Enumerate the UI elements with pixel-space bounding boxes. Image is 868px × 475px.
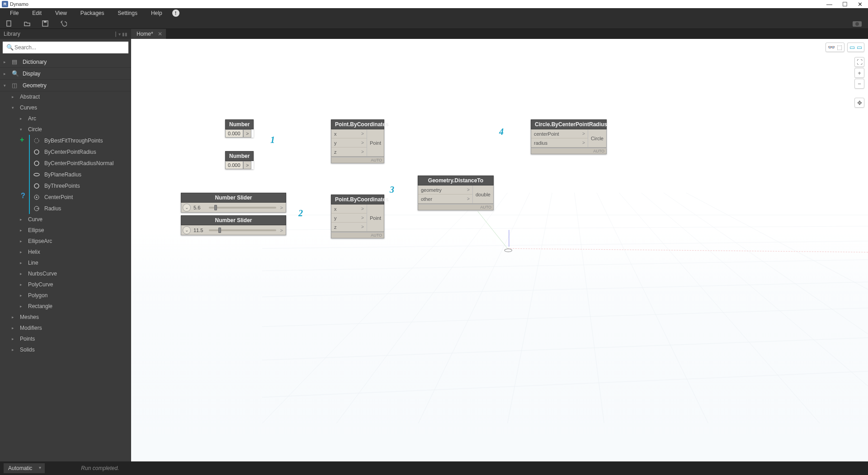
lib-sub-ellipsearc[interactable]: ▸EllipseArc — [16, 236, 131, 247]
library-view-icons[interactable]: ┃ ▾ ▮▮ — [114, 32, 127, 37]
zoom-out-icon[interactable]: − — [854, 79, 864, 89]
lib-sub-curve[interactable]: ▸Curve — [16, 214, 131, 225]
input-port-y[interactable]: y> — [331, 138, 367, 147]
output-port-circle[interactable]: Circle — [588, 129, 606, 147]
node2-icon[interactable]: ▭ — [857, 44, 862, 51]
view-graph-buttons[interactable]: ▭▭ — [847, 43, 864, 52]
lib-label: Solids — [20, 347, 35, 353]
output-port[interactable]: > — [279, 205, 284, 210]
input-port-centerpoint[interactable]: centerPoint> — [531, 129, 588, 138]
slider-track[interactable] — [209, 207, 276, 209]
close-icon[interactable]: ✕ — [858, 1, 863, 8]
maximize-icon[interactable]: ☐ — [842, 1, 848, 8]
output-port[interactable]: > — [243, 161, 251, 169]
output-port-point[interactable]: Point — [367, 129, 384, 157]
lib-sub-helix[interactable]: ▸Helix — [16, 247, 131, 257]
run-mode-dropdown[interactable]: Automatic — [4, 463, 45, 473]
input-port-other[interactable]: other> — [418, 195, 472, 204]
lib-label: Modifiers — [20, 325, 42, 331]
new-file-icon[interactable] — [5, 20, 13, 27]
lib-circle-byplaneradius[interactable]: ByPlaneRadius — [30, 169, 131, 180]
input-port-z[interactable]: z> — [331, 223, 367, 232]
slider-value[interactable]: 11.5 — [193, 228, 206, 233]
screenshot-icon[interactable] — [852, 20, 863, 27]
output-port[interactable]: > — [243, 129, 251, 138]
lib-sub-polygon[interactable]: ▸Polygon — [16, 290, 131, 301]
node-number-2[interactable]: Number 0.000 > — [225, 151, 254, 169]
output-port-point[interactable]: Point — [367, 204, 384, 232]
minimize-icon[interactable]: — — [826, 1, 832, 8]
open-file-icon[interactable] — [24, 20, 31, 27]
view-3d-buttons[interactable]: 👓⬚ — [826, 43, 844, 52]
glasses-icon[interactable]: 👓 — [828, 44, 835, 51]
library-tree[interactable]: ▸▤Dictionary ▸🔍Display ▾◫Geometry ▸Abstr… — [0, 56, 131, 461]
pan-icon[interactable]: ✥ — [854, 98, 864, 108]
lib-sub-solids[interactable]: ▸Solids — [8, 344, 131, 355]
node-icon[interactable]: ▭ — [849, 44, 855, 51]
tab-close-icon[interactable]: ✕ — [158, 31, 162, 37]
number-input[interactable]: 0.000 — [225, 161, 243, 169]
number-input[interactable]: 0.000 — [225, 129, 243, 138]
lib-sub-curves[interactable]: ▾Curves — [8, 102, 131, 113]
box-icon[interactable]: ⬚ — [837, 44, 842, 51]
expand-icon[interactable]: ⌄ — [183, 204, 191, 212]
add-icon[interactable]: + — [20, 136, 24, 144]
lib-cat-geometry[interactable]: ▾◫Geometry — [0, 80, 131, 91]
lib-sub-rectangle[interactable]: ▸Rectangle — [16, 301, 131, 312]
slider-track[interactable] — [209, 229, 276, 231]
lib-sub-modifiers[interactable]: ▸Modifiers — [8, 323, 131, 333]
slider-value[interactable]: 5.6 — [193, 205, 206, 210]
input-port-x[interactable]: x> — [331, 129, 367, 138]
lib-sub-polycurve[interactable]: ▸PolyCurve — [16, 279, 131, 290]
lib-circle-radius[interactable]: Radius — [30, 203, 131, 214]
lib-sub-abstract[interactable]: ▸Abstract — [8, 91, 131, 102]
lib-sub-arc[interactable]: ▸Arc — [16, 113, 131, 124]
output-port[interactable]: > — [279, 228, 284, 233]
search-input[interactable] — [3, 42, 128, 53]
menu-view[interactable]: View — [49, 9, 73, 17]
input-port-y[interactable]: y> — [331, 214, 367, 223]
zoom-in-icon[interactable]: + — [854, 68, 864, 78]
lib-sub-line[interactable]: ▸Line — [16, 257, 131, 268]
lib-sub-points[interactable]: ▸Points — [8, 333, 131, 344]
lib-sub-circle[interactable]: ▾Circle — [16, 124, 131, 135]
lib-sub-meshes[interactable]: ▸Meshes — [8, 312, 131, 323]
menu-file[interactable]: File — [4, 9, 25, 17]
lib-cat-display[interactable]: ▸🔍Display — [0, 68, 131, 80]
lib-sub-nurbscurve[interactable]: ▸NurbsCurve — [16, 268, 131, 279]
tab-home[interactable]: Home* ✕ — [131, 29, 166, 39]
input-port-z[interactable]: z> — [331, 147, 367, 157]
node-slider-2[interactable]: Number Slider ⌄ 11.5 > — [181, 215, 286, 235]
zoom-controls: ⛶ + − ✥ — [854, 57, 864, 108]
save-icon[interactable] — [42, 20, 49, 27]
node-distance[interactable]: Geometry.DistanceTo geometry> other> dou… — [418, 176, 494, 210]
menu-packages[interactable]: Packages — [74, 9, 111, 17]
lib-cat-dictionary[interactable]: ▸▤Dictionary — [0, 56, 131, 68]
lib-circle-centerpoint[interactable]: CenterPoint — [30, 191, 131, 203]
lib-circle-bycenterpointradius[interactable]: ByCenterPointRadius — [30, 146, 131, 157]
node-slider-1[interactable]: Number Slider ⌄ 5.6 > — [181, 193, 286, 213]
svg-rect-2 — [44, 21, 47, 23]
alert-icon[interactable]: ! — [172, 10, 179, 17]
undo-icon[interactable] — [60, 20, 67, 27]
menu-settings[interactable]: Settings — [112, 9, 144, 17]
help-icon[interactable]: ? — [21, 192, 25, 200]
input-port-radius[interactable]: radius> — [531, 138, 588, 147]
menu-edit[interactable]: Edit — [26, 9, 48, 17]
lib-circle-bycenterpointradiusnormal[interactable]: ByCenterPointRadiusNormal — [30, 157, 131, 169]
canvas-area[interactable]: Home* ✕ — [131, 29, 868, 461]
lib-label: ByBestFitThroughPoints — [44, 138, 103, 144]
fit-icon[interactable]: ⛶ — [854, 57, 864, 67]
output-port-double[interactable]: double — [473, 185, 493, 204]
input-port-geometry[interactable]: geometry> — [418, 185, 472, 195]
lib-sub-ellipse[interactable]: ▸Ellipse — [16, 225, 131, 236]
node-number-1[interactable]: Number 0.000 > — [225, 119, 254, 138]
node-point-2[interactable]: Point.ByCoordinates x> y> z> Point AUTO — [331, 195, 384, 238]
node-circle[interactable]: Circle.ByCenterPointRadius centerPoint> … — [531, 119, 607, 154]
node-point-1[interactable]: Point.ByCoordinates x> y> z> Point AUTO — [331, 119, 384, 163]
lib-circle-bybestfit[interactable]: ByBestFitThroughPoints — [30, 135, 131, 146]
input-port-x[interactable]: x> — [331, 204, 367, 214]
expand-icon[interactable]: ⌄ — [183, 226, 191, 234]
menu-help[interactable]: Help — [145, 9, 169, 17]
lib-circle-bythreepoints[interactable]: ByThreePoints — [30, 180, 131, 191]
